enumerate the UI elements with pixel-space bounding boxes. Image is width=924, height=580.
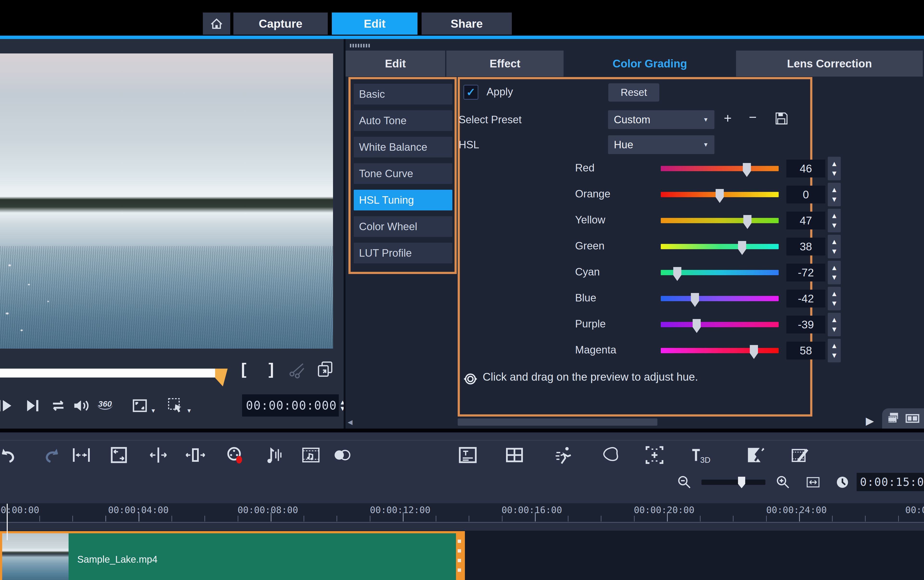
slider-spinner[interactable]: ▲▼ — [828, 313, 841, 336]
spinner-up-icon[interactable]: ▲ — [830, 263, 838, 272]
slider-spinner[interactable]: ▲▼ — [828, 209, 841, 232]
category-auto-tone[interactable]: Auto Tone — [354, 110, 452, 131]
tab-lens-correction[interactable]: Lens Correction — [736, 51, 923, 77]
redo-icon[interactable] — [44, 445, 65, 465]
scroll-left-icon[interactable]: ◄ — [346, 417, 354, 427]
transition-icon[interactable] — [332, 445, 352, 465]
duration-clock-icon[interactable] — [835, 475, 850, 490]
spinner-down-icon[interactable]: ▼ — [830, 298, 838, 308]
title-3d-icon[interactable]: 3D — [690, 445, 710, 465]
hue-slider-magenta[interactable] — [661, 348, 779, 353]
top-tab-capture[interactable]: Capture — [233, 13, 328, 35]
chevron-down-icon[interactable]: ▼ — [186, 407, 192, 414]
slider-spinner[interactable]: ▲▼ — [828, 183, 841, 206]
split-screen-icon[interactable] — [504, 445, 524, 465]
tab-effect[interactable]: Effect — [446, 51, 564, 77]
spinner-up-icon[interactable]: ▲ — [830, 185, 838, 194]
category-color-wheel[interactable]: Color Wheel — [354, 216, 452, 237]
hue-slider-cyan[interactable] — [661, 270, 779, 275]
mask-creator-icon[interactable] — [600, 445, 621, 465]
playhead[interactable] — [7, 504, 8, 540]
slider-spinner[interactable]: ▲▼ — [828, 235, 841, 258]
top-tab-edit[interactable]: Edit — [332, 13, 418, 35]
record-capture-icon[interactable] — [225, 445, 245, 465]
volume-icon[interactable] — [73, 397, 90, 414]
category-white-balance[interactable]: White Balance — [354, 137, 452, 157]
split-scissors-icon[interactable] — [288, 361, 306, 379]
timeline-clip[interactable]: Sample_Lake.mp4 — [0, 531, 465, 580]
slider-spinner[interactable]: ▲▼ — [828, 287, 841, 310]
audio-music-icon[interactable] — [301, 445, 321, 465]
home-tab[interactable] — [203, 13, 230, 35]
ripple-edit-icon[interactable] — [109, 445, 129, 465]
zoom-out-icon[interactable] — [677, 475, 692, 490]
zoom-slider[interactable] — [701, 479, 765, 485]
spinner-up-icon[interactable]: ▲ — [830, 211, 838, 221]
reset-button[interactable]: Reset — [608, 83, 659, 102]
hsl-mode-dropdown[interactable]: Hue ▼ — [608, 135, 714, 154]
spinner-down-icon[interactable]: ▼ — [830, 272, 838, 282]
storyboard-view-icon[interactable] — [886, 411, 901, 426]
spinner-down-icon[interactable]: ▼ — [830, 194, 838, 204]
spinner-down-icon[interactable]: ▼ — [830, 247, 838, 256]
chevron-down-icon[interactable]: ▼ — [150, 407, 156, 414]
trim-scrub-bar[interactable] — [0, 369, 215, 377]
panel-divider[interactable] — [344, 39, 345, 428]
video-preview[interactable] — [0, 53, 333, 349]
hue-slider-green[interactable] — [661, 244, 779, 249]
select-tool-icon[interactable] — [167, 397, 184, 414]
hue-slider-purple[interactable] — [661, 322, 779, 327]
panel-drag-handle[interactable] — [350, 44, 371, 48]
fit-project-icon[interactable] — [71, 445, 91, 465]
duplicate-icon[interactable] — [316, 360, 335, 379]
stabilizer-icon[interactable] — [644, 445, 664, 465]
category-tone-curve[interactable]: Tone Curve — [354, 163, 452, 184]
aspect-ratio-icon[interactable] — [131, 397, 148, 414]
motion-tracking-icon[interactable] — [554, 445, 574, 465]
sound-mixer-icon[interactable] — [263, 445, 283, 465]
trim-end-handle[interactable] — [215, 369, 228, 386]
next-frame-icon[interactable] — [24, 397, 41, 414]
multicam-editor-icon[interactable] — [790, 445, 811, 465]
slider-spinner[interactable]: ▲▼ — [828, 339, 841, 362]
scroll-right-icon[interactable]: ▶ — [866, 415, 874, 427]
tab-edit[interactable]: Edit — [345, 51, 445, 77]
mark-in-button[interactable]: [ — [241, 360, 247, 378]
mask-brush-icon[interactable] — [745, 445, 765, 465]
top-tab-share[interactable]: Share — [422, 13, 512, 35]
preview-timecode[interactable]: 00:00:00:000 ▲▼ — [242, 394, 339, 417]
spinner-down-icon[interactable]: ▼ — [830, 351, 838, 360]
spinner-down-icon[interactable]: ▼ — [830, 168, 838, 178]
category-lut-profile[interactable]: LUT Profile — [354, 243, 452, 264]
zoom-in-icon[interactable] — [775, 475, 790, 490]
horizontal-scrollbar[interactable] — [458, 419, 658, 426]
remove-preset-button[interactable]: − — [749, 109, 757, 125]
spinner-up-icon[interactable]: ▲ — [830, 159, 838, 168]
split-clip-icon[interactable] — [148, 445, 168, 465]
category-hsl-tuning[interactable]: HSL Tuning — [354, 190, 452, 211]
slider-spinner[interactable]: ▲▼ — [828, 157, 841, 180]
zoom-slider-thumb[interactable] — [738, 477, 745, 488]
mark-out-button[interactable]: ] — [268, 360, 274, 378]
undo-icon[interactable] — [0, 445, 15, 465]
apply-checkbox[interactable]: ✓ — [464, 85, 478, 100]
clip-trim-handle[interactable] — [456, 533, 463, 580]
preset-dropdown[interactable]: Custom ▼ — [608, 110, 714, 129]
spinner-up-icon[interactable]: ▲ — [830, 289, 838, 298]
hue-slider-yellow[interactable] — [661, 218, 779, 223]
add-preset-button[interactable]: + — [724, 110, 732, 126]
fit-timeline-icon[interactable] — [806, 475, 820, 490]
spinner-down-icon[interactable]: ▼ — [830, 221, 838, 230]
hue-slider-red[interactable] — [661, 166, 779, 171]
timeline-view-icon[interactable] — [905, 411, 920, 426]
hue-slider-blue[interactable] — [661, 296, 779, 301]
insert-gap-icon[interactable] — [185, 445, 206, 465]
save-icon[interactable] — [774, 111, 789, 126]
subtitle-icon[interactable] — [458, 445, 478, 465]
spinner-up-icon[interactable]: ▲ — [830, 341, 838, 351]
view-360-icon[interactable]: 360 — [97, 399, 113, 409]
tab-color-grading[interactable]: Color Grading — [565, 51, 735, 77]
loop-icon[interactable] — [49, 397, 67, 414]
spinner-up-icon[interactable]: ▲ — [830, 237, 838, 247]
slider-spinner[interactable]: ▲▼ — [828, 261, 841, 284]
